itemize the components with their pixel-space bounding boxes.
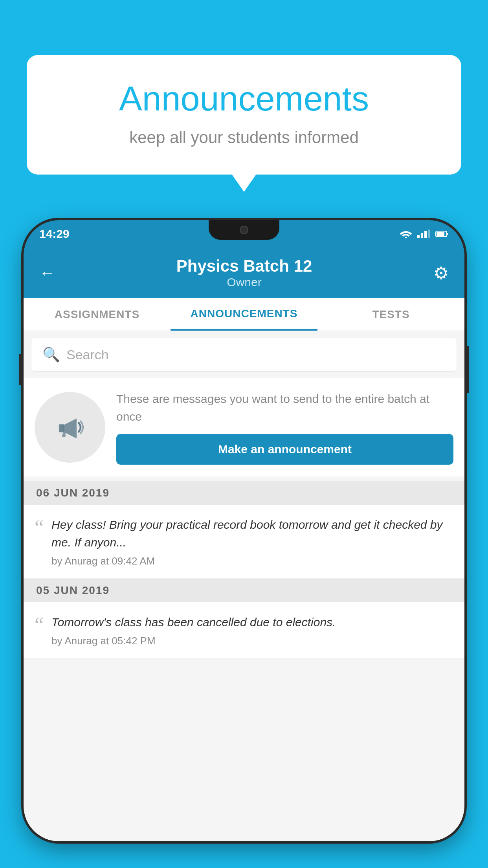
svg-rect-6 bbox=[437, 232, 444, 236]
svg-rect-1 bbox=[417, 235, 420, 238]
search-bar[interactable]: 🔍 Search bbox=[31, 338, 457, 371]
header-role: Owner bbox=[55, 276, 433, 289]
promo-right: These are messages you want to send to t… bbox=[116, 390, 453, 465]
tab-assignments[interactable]: ASSIGNMENTS bbox=[24, 298, 171, 331]
settings-icon[interactable]: ⚙ bbox=[433, 263, 449, 283]
notch bbox=[209, 220, 279, 240]
search-icon: 🔍 bbox=[42, 346, 60, 363]
announcement-body-1: Hey class! Bring your practical record b… bbox=[51, 516, 453, 567]
quote-icon-1: “ bbox=[35, 517, 44, 538]
quote-icon-2: “ bbox=[35, 615, 44, 635]
announcement-meta-2: by Anurag at 05:42 PM bbox=[51, 635, 453, 647]
speech-bubble-container: Announcements keep all your students inf… bbox=[27, 55, 461, 175]
megaphone-icon bbox=[52, 410, 88, 445]
back-button[interactable]: ← bbox=[39, 264, 55, 282]
camera-dot bbox=[240, 226, 248, 234]
announcement-item-1[interactable]: “ Hey class! Bring your practical record… bbox=[24, 505, 464, 579]
svg-rect-3 bbox=[424, 231, 427, 238]
phone-frame: 14:29 bbox=[24, 220, 464, 841]
announcement-text-2: Tomorrow's class has been cancelled due … bbox=[51, 613, 453, 631]
promo-description: These are messages you want to send to t… bbox=[116, 390, 453, 425]
batch-name: Physics Batch 12 bbox=[55, 257, 433, 276]
status-icons bbox=[399, 230, 449, 238]
bubble-title: Announcements bbox=[58, 79, 430, 119]
volume-button bbox=[19, 354, 24, 385]
wifi-icon bbox=[399, 230, 413, 238]
bubble-subtitle: keep all your students informed bbox=[58, 128, 430, 147]
tab-tests[interactable]: TESTS bbox=[317, 298, 464, 331]
megaphone-circle bbox=[35, 392, 105, 463]
date-text-1: 06 JUN 2019 bbox=[36, 487, 110, 499]
make-announcement-button[interactable]: Make an announcement bbox=[116, 434, 453, 465]
announcement-text-1: Hey class! Bring your practical record b… bbox=[51, 516, 453, 551]
phone-wrapper: 14:29 bbox=[24, 220, 464, 868]
tab-announcements[interactable]: ANNOUNCEMENTS bbox=[171, 298, 317, 331]
signal-icon bbox=[417, 230, 431, 238]
header-title-block: Physics Batch 12 Owner bbox=[55, 257, 433, 289]
svg-point-0 bbox=[405, 237, 407, 239]
app-header: ← Physics Batch 12 Owner ⚙ bbox=[24, 248, 464, 298]
speech-bubble: Announcements keep all your students inf… bbox=[27, 55, 461, 175]
svg-rect-7 bbox=[447, 233, 448, 235]
tabs-bar: ASSIGNMENTS ANNOUNCEMENTS TESTS bbox=[24, 298, 464, 331]
search-input[interactable]: Search bbox=[66, 347, 109, 362]
svg-rect-4 bbox=[428, 230, 430, 238]
announcement-item-2[interactable]: “ Tomorrow's class has been cancelled du… bbox=[24, 602, 464, 658]
battery-icon bbox=[435, 230, 449, 238]
content-area: 🔍 Search bbox=[24, 331, 464, 841]
date-text-2: 05 JUN 2019 bbox=[36, 584, 110, 597]
svg-rect-8 bbox=[59, 424, 64, 432]
promo-block: These are messages you want to send to t… bbox=[24, 378, 464, 476]
announcement-meta-1: by Anurag at 09:42 AM bbox=[51, 555, 453, 567]
svg-rect-2 bbox=[421, 233, 423, 238]
date-separator-1: 06 JUN 2019 bbox=[24, 481, 464, 505]
power-button bbox=[464, 346, 469, 393]
announcement-body-2: Tomorrow's class has been cancelled due … bbox=[51, 613, 453, 647]
date-separator-2: 05 JUN 2019 bbox=[24, 579, 464, 602]
